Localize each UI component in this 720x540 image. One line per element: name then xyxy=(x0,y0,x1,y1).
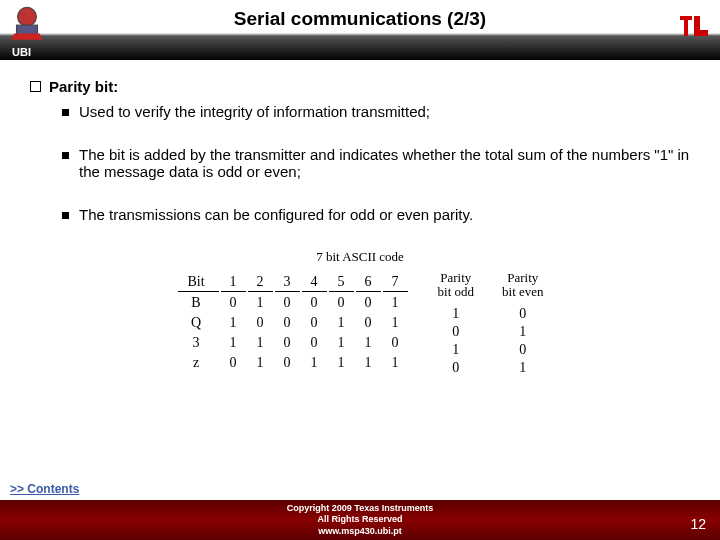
bullet-solid-icon xyxy=(62,212,69,219)
bullet-text: The transmissions can be configured for … xyxy=(79,206,473,223)
slide-body: Parity bit: Used to verify the integrity… xyxy=(0,60,720,377)
parity-odd-column: Paritybit odd 1 0 1 0 xyxy=(438,271,474,377)
bit-header: Bit xyxy=(178,273,218,292)
table-header-row: Bit 1 2 3 4 5 6 7 xyxy=(178,273,407,292)
bullet-solid-icon xyxy=(62,152,69,159)
page-number: 12 xyxy=(690,516,706,532)
bullet-outline-icon xyxy=(30,81,41,92)
footer-center: Copyright 2009 Texas Instruments All Rig… xyxy=(0,503,720,537)
footer-url: www.msp430.ubi.pt xyxy=(0,526,720,537)
ubi-label: UBI xyxy=(12,46,31,58)
copyright-text: Copyright 2009 Texas Instruments xyxy=(0,503,720,514)
topic-row: Parity bit: xyxy=(30,78,690,95)
sub-bullet-2: The bit is added by the transmitter and … xyxy=(62,146,690,180)
slide-footer: Copyright 2009 Texas Instruments All Rig… xyxy=(0,500,720,540)
parity-even-column: Paritybit even 0 1 0 1 xyxy=(502,271,544,377)
table-row: 31100110 xyxy=(178,334,407,352)
sub-bullet-3: The transmissions can be configured for … xyxy=(62,206,690,223)
ascii-core-table: Bit 1 2 3 4 5 6 7 B0100001 Q1000101 3110… xyxy=(176,271,409,374)
topic-label: Parity bit: xyxy=(49,78,118,95)
rights-text: All Rights Reserved xyxy=(0,514,720,525)
table-caption: 7 bit ASCII code xyxy=(30,249,690,265)
bullet-text: Used to verify the integrity of informat… xyxy=(79,103,430,120)
sub-bullet-1: Used to verify the integrity of informat… xyxy=(62,103,690,120)
slide-header: Serial communications (2/3) UBI xyxy=(0,0,720,60)
slide-title: Serial communications (2/3) xyxy=(0,8,720,30)
table-row: z0101111 xyxy=(178,354,407,372)
ti-logo xyxy=(674,6,714,46)
ascii-table-figure: 7 bit ASCII code Bit 1 2 3 4 5 6 7 B0100… xyxy=(30,249,690,377)
table-row: B0100001 xyxy=(178,294,407,312)
bullet-solid-icon xyxy=(62,109,69,116)
bullet-text: The bit is added by the transmitter and … xyxy=(79,146,690,180)
contents-link[interactable]: >> Contents xyxy=(10,482,79,496)
table-row: Q1000101 xyxy=(178,314,407,332)
